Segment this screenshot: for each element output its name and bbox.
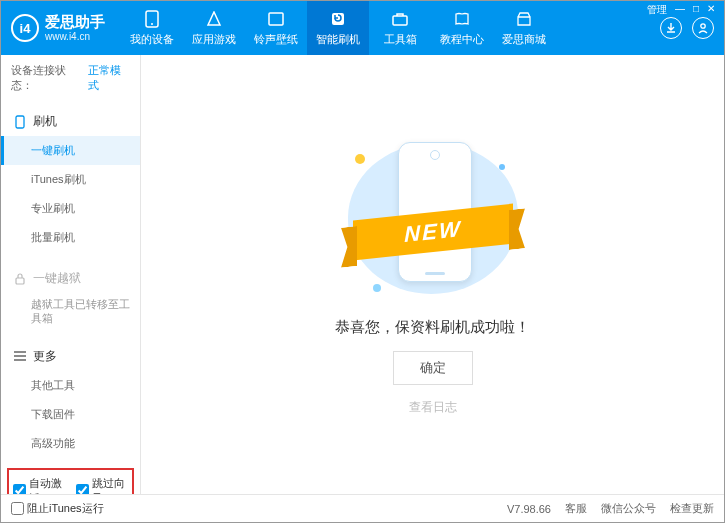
close-icon[interactable]: ✕: [707, 3, 715, 17]
window-controls: 管理 — □ ✕: [647, 3, 715, 17]
svg-point-1: [151, 23, 153, 25]
sidebar-item-other[interactable]: 其他工具: [1, 371, 140, 400]
nav-flash[interactable]: 智能刷机: [307, 1, 369, 55]
nav-ringtones[interactable]: 铃声壁纸: [245, 1, 307, 55]
footer-wechat[interactable]: 微信公众号: [601, 501, 656, 516]
user-button[interactable]: [692, 17, 714, 39]
nav-toolbox[interactable]: 工具箱: [369, 1, 431, 55]
nav-tutorials[interactable]: 教程中心: [431, 1, 493, 55]
menu-label[interactable]: 管理: [647, 3, 667, 17]
logo: i4 爱思助手 www.i4.cn: [11, 14, 105, 42]
menu-icon: [13, 349, 27, 363]
success-message: 恭喜您，保资料刷机成功啦！: [335, 318, 530, 337]
footer: 阻止iTunes运行 V7.98.66 客服 微信公众号 检查更新: [1, 494, 724, 522]
toolbox-icon: [391, 10, 409, 28]
main-content: NEW 恭喜您，保资料刷机成功啦！ 确定 查看日志: [141, 55, 724, 494]
nav-my-device[interactable]: 我的设备: [121, 1, 183, 55]
footer-update[interactable]: 检查更新: [670, 501, 714, 516]
sidebar-item-firmware[interactable]: 下载固件: [1, 400, 140, 429]
lock-icon: [13, 272, 27, 286]
jailbreak-note: 越狱工具已转移至工具箱: [1, 293, 140, 330]
success-illustration: NEW: [343, 134, 523, 304]
skip-guide-checkbox[interactable]: 跳过向导: [76, 476, 129, 494]
connection-status: 设备连接状态： 正常模式: [1, 55, 140, 101]
auto-activate-checkbox[interactable]: 自动激活: [13, 476, 66, 494]
sidebar: 设备连接状态： 正常模式 刷机 一键刷机 iTunes刷机 专业刷机 批量刷机 …: [1, 55, 141, 494]
nav-apps[interactable]: 应用游戏: [183, 1, 245, 55]
section-jailbreak: 一键越狱: [1, 264, 140, 293]
block-itunes-checkbox[interactable]: 阻止iTunes运行: [11, 501, 104, 516]
store-icon: [515, 10, 533, 28]
options-row: 自动激活 跳过向导: [7, 468, 134, 494]
maximize-icon[interactable]: □: [693, 3, 699, 17]
app-url: www.i4.cn: [45, 31, 105, 42]
wallpaper-icon: [267, 10, 285, 28]
version-label: V7.98.66: [507, 503, 551, 515]
phone-icon: [13, 115, 27, 129]
sidebar-item-oneclick[interactable]: 一键刷机: [1, 136, 140, 165]
svg-rect-6: [16, 116, 24, 128]
apps-icon: [205, 10, 223, 28]
svg-rect-7: [16, 278, 24, 284]
top-nav: 我的设备 应用游戏 铃声壁纸 智能刷机 工具箱 教程中心: [121, 1, 660, 55]
svg-rect-4: [393, 16, 407, 25]
sidebar-item-batch[interactable]: 批量刷机: [1, 223, 140, 252]
section-flash[interactable]: 刷机: [1, 107, 140, 136]
svg-rect-2: [269, 13, 283, 25]
svg-point-5: [701, 24, 705, 28]
header: i4 爱思助手 www.i4.cn 我的设备 应用游戏 铃声壁纸 智能刷机: [1, 1, 724, 55]
footer-service[interactable]: 客服: [565, 501, 587, 516]
sidebar-item-advanced[interactable]: 高级功能: [1, 429, 140, 458]
ok-button[interactable]: 确定: [393, 351, 473, 385]
view-log-link[interactable]: 查看日志: [409, 399, 457, 416]
flash-icon: [329, 10, 347, 28]
sidebar-item-pro[interactable]: 专业刷机: [1, 194, 140, 223]
app-name: 爱思助手: [45, 14, 105, 31]
nav-store[interactable]: 爱思商城: [493, 1, 555, 55]
download-button[interactable]: [660, 17, 682, 39]
minimize-icon[interactable]: —: [675, 3, 685, 17]
book-icon: [453, 10, 471, 28]
section-more[interactable]: 更多: [1, 342, 140, 371]
sidebar-item-itunes[interactable]: iTunes刷机: [1, 165, 140, 194]
phone-icon: [143, 10, 161, 28]
logo-icon: i4: [11, 14, 39, 42]
app-window: 管理 — □ ✕ i4 爱思助手 www.i4.cn 我的设备 应用游戏 铃声壁…: [0, 0, 725, 523]
